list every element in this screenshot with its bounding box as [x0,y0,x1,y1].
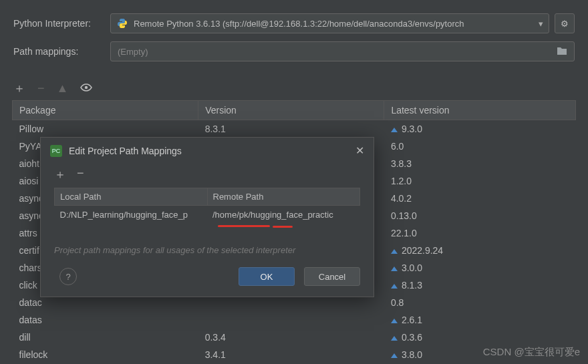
mappings-table: Local Path Remote Path D:/NLP_learning/h… [54,188,360,224]
python-icon [116,17,128,29]
pkg-version: 0.3.4 [198,329,384,346]
chevron-down-icon: ▾ [539,19,543,29]
pkg-latest: 0.3.6 [384,329,576,346]
upgrade-icon [391,266,398,271]
packages-toolbar: ＋ − ▲ [0,76,588,100]
upgrade-icon [391,249,398,254]
pkg-latest: 0.8 [384,294,576,311]
pkg-latest: 1.2.0 [384,172,576,190]
annotation-underline [273,226,293,228]
col-version[interactable]: Version [198,101,384,120]
remove-mapping-button[interactable]: − [77,166,84,182]
col-package[interactable]: Package [13,101,198,120]
path-mappings-field[interactable]: (Empty) [110,41,575,61]
dialog-title: Edit Project Path Mappings [69,146,355,156]
upgrade-icon [391,319,398,323]
pkg-version: 3.4.1 [198,346,384,363]
interpreter-value: Remote Python 3.6.13 (sftp://dell@192.16… [134,19,535,29]
interpreter-settings-button[interactable]: ⚙ [555,13,575,33]
table-row[interactable]: datas2.6.1 [13,311,576,329]
gear-icon: ⚙ [561,19,569,29]
pkg-latest: 22.1.0 [384,224,576,242]
folder-icon[interactable] [557,46,567,57]
annotation-underline [218,225,270,227]
add-mapping-button[interactable]: ＋ [54,166,66,182]
pycharm-icon: PC [50,145,62,157]
pkg-latest: 3.8.3 [384,155,576,172]
pkg-latest: 9.3.0 [384,120,576,138]
remote-path-cell[interactable]: /home/pk/hugging_face_practic [207,206,360,224]
upgrade-icon [391,336,398,341]
help-button[interactable]: ? [59,268,77,285]
pkg-name: datas [13,311,198,329]
interpreter-label: Python Interpreter: [13,18,110,29]
pkg-latest: 6.0 [384,138,576,155]
table-row[interactable]: Pillow8.3.19.3.0 [13,120,576,138]
mappings-label: Path mappings: [13,46,110,57]
local-path-cell[interactable]: D:/NLP_learning/hugging_face_p [55,206,208,224]
pkg-latest: 2022.9.24 [384,242,576,259]
pkg-name: filelock [13,346,198,363]
remove-package-button[interactable]: − [37,81,45,96]
pkg-latest: 8.1.3 [384,277,576,294]
pkg-latest: 2.6.1 [384,311,576,329]
pkg-latest: 0.13.0 [384,207,576,224]
close-button[interactable]: ✕ [355,144,364,157]
pkg-name: Pillow [13,120,198,138]
cancel-button[interactable]: Cancel [304,267,360,286]
upgrade-package-button[interactable]: ▲ [57,81,69,96]
show-early-releases-button[interactable] [80,81,92,96]
col-remote-path[interactable]: Remote Path [207,188,360,206]
upgrade-icon [391,128,398,132]
interpreter-dropdown[interactable]: Remote Python 3.6.13 (sftp://dell@192.16… [110,13,549,33]
ok-button[interactable]: OK [239,267,295,286]
pkg-version: 8.3.1 [198,120,384,138]
pkg-name: dill [13,329,198,346]
col-local-path[interactable]: Local Path [55,188,208,206]
col-latest[interactable]: Latest version [384,101,576,120]
upgrade-icon [391,353,398,358]
edit-path-mappings-dialog: PC Edit Project Path Mappings ✕ ＋ − Loca… [40,137,374,297]
dialog-hint: Project path mappings for all usages of … [41,226,374,262]
pkg-latest: 4.0.2 [384,190,576,207]
mappings-value: (Empty) [118,47,557,57]
svg-point-0 [85,85,88,88]
add-package-button[interactable]: ＋ [13,80,25,96]
pkg-version [198,311,384,329]
watermark: CSDN @宝宝很可爱e [483,346,580,359]
upgrade-icon [391,284,398,289]
mapping-row[interactable]: D:/NLP_learning/hugging_face_p /home/pk/… [55,206,360,224]
pkg-latest: 3.0.0 [384,259,576,277]
table-row[interactable]: dill0.3.40.3.6 [13,329,576,346]
